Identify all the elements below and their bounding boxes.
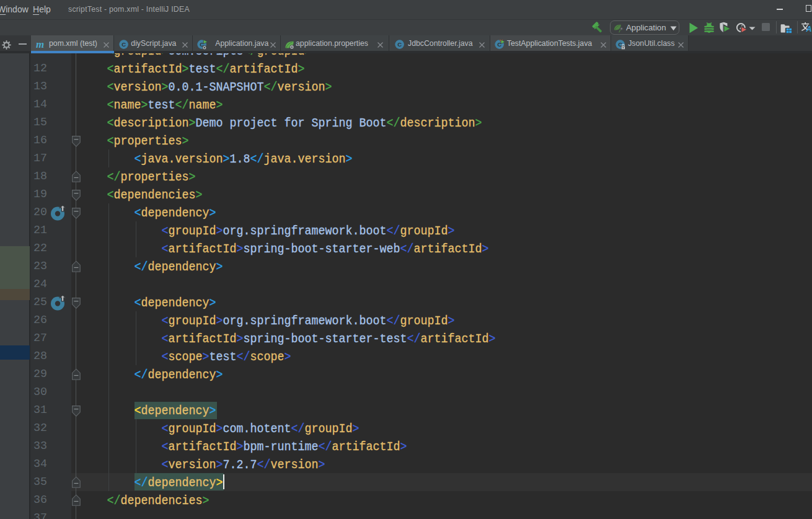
svg-text:A: A (806, 25, 812, 33)
svg-text:C: C (397, 41, 402, 48)
svg-text:C: C (121, 41, 126, 48)
